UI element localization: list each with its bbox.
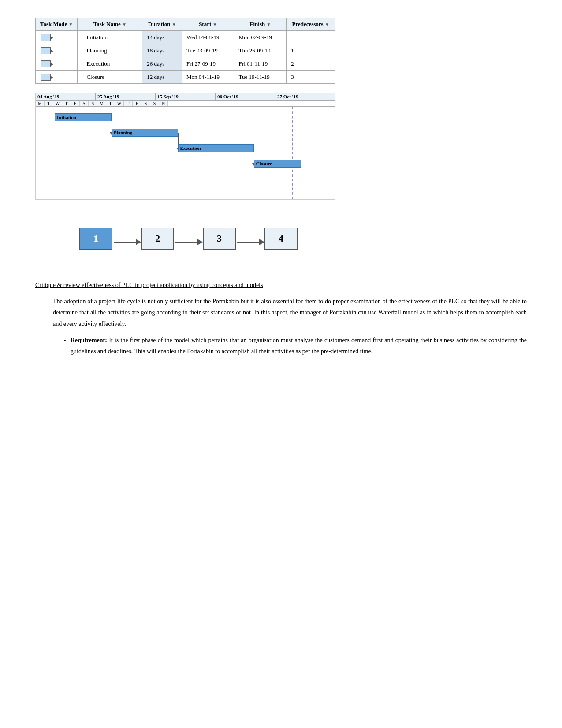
gantt-bar-planning: Planning [112, 129, 178, 137]
gantt-day-cell: T [106, 101, 115, 106]
duration-cell: 12 days [142, 71, 182, 84]
table-row: Planning18 daysTue 03-09-19Thu 26-09-191 [36, 44, 335, 57]
col-header-predecessors[interactable]: Predecessors ▼ [287, 18, 335, 31]
gantt-day-cell: T [45, 101, 53, 106]
finish-cell: Fri 01-11-19 [234, 57, 287, 71]
gantt-bar-execution: Execution [178, 144, 254, 152]
sort-arrow-task-name[interactable]: ▼ [122, 22, 127, 27]
gantt-bar-initiation: Initiation [55, 113, 112, 121]
task-mode-cell [36, 71, 78, 84]
gantt-period-cell: 25 Aug '19 [96, 93, 156, 100]
sort-arrow-finish[interactable]: ▼ [266, 22, 271, 27]
gantt-period-header: 04 Aug '1925 Aug '1915 Sep '1906 Oct '19… [36, 93, 335, 101]
bullet-label: Requirement: [71, 337, 107, 343]
network-arrow-3-4 [237, 239, 264, 245]
predecessors-cell: 1 [287, 44, 335, 57]
text-section: Critique & review effectiveness of PLC i… [35, 280, 527, 357]
predecessors-cell: 3 [287, 71, 335, 84]
gantt-chart: 04 Aug '1925 Aug '1915 Sep '1906 Oct '19… [35, 93, 335, 200]
start-cell: Tue 03-09-19 [182, 44, 234, 57]
finish-cell: Thu 26-09-19 [234, 44, 287, 57]
gantt-day-cell: F [133, 101, 141, 106]
gantt-day-cell: S [89, 101, 97, 106]
col-header-finish[interactable]: Finish ▼ [234, 18, 287, 31]
gantt-day-cell: S [80, 101, 89, 106]
sort-arrow-task-mode[interactable]: ▼ [69, 22, 73, 27]
gantt-day-cell: W [115, 101, 124, 106]
table-row: Execution26 daysFri 27-09-19Fri 01-11-19… [36, 57, 335, 71]
gantt-bar-closure: Closure [254, 160, 301, 168]
bullet-text: It is the first phase of the model which… [71, 337, 527, 355]
task-name-cell: Planning [78, 44, 142, 57]
start-cell: Fri 27-09-19 [182, 57, 234, 71]
predecessors-cell [287, 31, 335, 44]
gantt-day-cell: S [141, 101, 150, 106]
bullet-list: Requirement: It is the first phase of th… [35, 335, 527, 357]
gantt-day-cell: M [36, 101, 45, 106]
task-name-cell: Initiation [78, 31, 142, 44]
gantt-day-cell: T [124, 101, 133, 106]
sort-arrow-duration[interactable]: ▼ [172, 22, 176, 27]
gantt-day-cell: S [150, 101, 159, 106]
network-diagram: 1 2 3 4 [79, 222, 300, 258]
network-node-2: 2 [141, 228, 174, 250]
task-mode-cell [36, 44, 78, 57]
duration-cell: 14 days [142, 31, 182, 44]
network-diagram-wrapper: 1 2 3 4 [35, 213, 335, 266]
project-table: Task Mode ▼ Task Name ▼ Duration ▼ Start… [35, 18, 335, 84]
task-mode-cell [36, 57, 78, 71]
gantt-guide-line [292, 107, 293, 199]
finish-cell: Tue 19-11-19 [234, 71, 287, 84]
network-node-3: 3 [203, 228, 236, 250]
table-row: Initiation14 daysWed 14-08-19Mon 02-09-1… [36, 31, 335, 44]
gantt-day-cell: M [97, 101, 106, 106]
intro-paragraph: The adoption of a project life cycle is … [35, 296, 527, 329]
col-header-duration[interactable]: Duration ▼ [142, 18, 182, 31]
start-cell: Mon 04-11-19 [182, 71, 234, 84]
network-arrow-1-2 [114, 239, 141, 245]
task-name-cell: Execution [78, 57, 142, 71]
predecessors-cell: 2 [287, 57, 335, 71]
task-mode-icon [41, 34, 51, 41]
table-row: Closure12 daysMon 04-11-19Tue 19-11-193 [36, 71, 335, 84]
start-cell: Wed 14-08-19 [182, 31, 234, 44]
section-heading: Critique & review effectiveness of PLC i… [35, 280, 527, 291]
network-node-4: 4 [264, 228, 298, 250]
task-mode-icon [41, 47, 51, 54]
network-node-1: 1 [79, 228, 112, 250]
sort-arrow-start[interactable]: ▼ [213, 22, 217, 27]
duration-cell: 26 days [142, 57, 182, 71]
col-header-start[interactable]: Start ▼ [182, 18, 234, 31]
col-header-task-name[interactable]: Task Name ▼ [78, 18, 142, 31]
gantt-period-cell: 04 Aug '19 [36, 93, 96, 100]
sort-arrow-predecessors[interactable]: ▼ [325, 22, 329, 27]
gantt-day-cell: N [159, 101, 168, 106]
gantt-period-cell: 06 Oct '19 [216, 93, 275, 100]
task-mode-icon [41, 60, 51, 67]
finish-cell: Mon 02-09-19 [234, 31, 287, 44]
network-arrow-2-3 [175, 239, 203, 245]
gantt-period-cell: 15 Sep '19 [156, 93, 216, 100]
task-mode-icon [41, 74, 51, 81]
gantt-day-cell: F [71, 101, 80, 106]
gantt-day-cell: T [62, 101, 71, 106]
gantt-period-cell: 27 Oct '19 [275, 93, 335, 100]
gantt-day-cell: W [53, 101, 62, 106]
list-item: Requirement: It is the first phase of th… [71, 335, 527, 357]
gantt-body: InitiationPlanningExecutionClosure [36, 107, 335, 199]
duration-cell: 18 days [142, 44, 182, 57]
task-name-cell: Closure [78, 71, 142, 84]
gantt-day-subheader: MTWTFSSMTWTFSSN [36, 101, 335, 107]
col-header-task-mode[interactable]: Task Mode ▼ [36, 18, 78, 31]
task-mode-cell [36, 31, 78, 44]
